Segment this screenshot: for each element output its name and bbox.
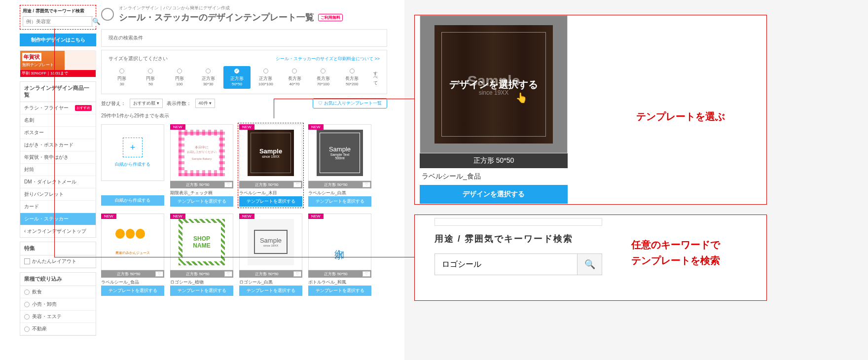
- select-template-button[interactable]: テンプレートを選択する: [239, 196, 302, 207]
- search-input[interactable]: [23, 17, 92, 26]
- radio-icon: [24, 302, 30, 307]
- search-icon: 🔍: [92, 18, 101, 25]
- card-thumb[interactable]: 御水: [308, 214, 371, 270]
- select-template-button[interactable]: テンプレートを選択する: [308, 286, 371, 296]
- sidebar-item-dm[interactable]: DM・ダイレクトメール: [20, 176, 96, 188]
- card-jp: NEW 御水 正方形 50*50♡ ボトルラベル_和風 テンプレートを選択する: [308, 214, 371, 296]
- industry-food[interactable]: 飲食: [20, 286, 96, 298]
- sidebar-item-nengajo[interactable]: 年賀状・喪中はがき: [20, 151, 96, 164]
- heart-icon[interactable]: ♡: [155, 271, 163, 277]
- sidebar-back[interactable]: ‹ オンラインデザイントップ: [20, 225, 96, 237]
- connector-line: [54, 257, 414, 257]
- cursor-icon: 👆: [515, 92, 528, 104]
- card-thumb[interactable]: Samplesince 19XX: [239, 214, 302, 270]
- radio-icon: [24, 289, 30, 295]
- new-badge: NEW: [101, 214, 116, 219]
- card-thumb[interactable]: SHOPNAME: [170, 214, 233, 270]
- card-bw: NEW SampleSample Text500ml 正方形 50*50♡ ラベ…: [308, 124, 371, 207]
- select-template-button[interactable]: テンプレートを選択する: [239, 286, 302, 296]
- sidebar-item-pamphlet[interactable]: 折りパンフレット: [20, 188, 96, 201]
- size-rect-4070[interactable]: 長方形40*70: [281, 66, 308, 89]
- size-circle-100[interactable]: 円形100: [166, 66, 193, 89]
- heart-icon[interactable]: ♡: [362, 182, 370, 187]
- industry-realestate[interactable]: 不動産: [20, 323, 96, 335]
- main-content: オンラインデザイン｜パソコンから簡単にデザイン作成 シール・ステッカーのデザイン…: [101, 5, 387, 296]
- industry-beauty[interactable]: 美容・エステ: [20, 311, 96, 323]
- favorites-link[interactable]: ♡ お気に入りテンプレート一覧: [313, 98, 387, 108]
- card-food: NEW 農家のみかんジュース 正方形 50*50♡ ラベルシール_食品 テンプレ…: [101, 214, 164, 296]
- sort-select[interactable]: おすすめ順 ▾: [130, 99, 163, 108]
- logo-icon: [101, 8, 114, 21]
- size-square-30[interactable]: 正方形30*30: [195, 66, 221, 89]
- card-thumb[interactable]: SampleSample Text500ml: [308, 124, 371, 181]
- size-all[interactable]: すべて: [367, 66, 380, 85]
- callout1-label: テンプレートを選ぶ: [636, 108, 725, 124]
- toolbar: 並び替え： おすすめ順 ▾ 表示件数： 40件 ▾ ♡ お気に入りテンプレート一…: [101, 98, 387, 108]
- products-section: オンラインデザイン商品一覧 チラシ・フライヤーおすすめ 名刺 ポスター はがき・…: [20, 81, 96, 238]
- card-thumb[interactable]: Samplesince 19XX: [239, 124, 302, 181]
- size-price-link[interactable]: シール・ステッカーのサイズと印刷料金について >>: [276, 56, 380, 62]
- big-card-hover: Sample since 19XX デザインを選択する 👆 正方形 50*50 …: [420, 15, 568, 204]
- size-select-label: サイズを選択してください: [108, 55, 168, 62]
- sidebar-item-card[interactable]: カード: [20, 201, 96, 213]
- chevron-down-icon: ▾: [209, 101, 212, 106]
- banner-subtitle: 無料テンプレート: [22, 62, 63, 68]
- sidebar-item-poster[interactable]: ポスター: [20, 127, 96, 139]
- radio-icon: [350, 69, 355, 73]
- heart-icon[interactable]: ♡: [293, 271, 301, 277]
- search-zoom-input[interactable]: [435, 254, 577, 275]
- feature-section: 特集 かんたんレイアウト: [20, 242, 96, 268]
- card-thumb[interactable]: 農家のみかんジュース: [101, 214, 164, 270]
- select-template-button[interactable]: テンプレートを選択する: [308, 196, 371, 207]
- callout2-label: 任意のキーワードで テンプレートを検索: [631, 237, 720, 268]
- heart-icon[interactable]: ♡: [362, 271, 370, 277]
- search-result-frag: [434, 218, 602, 226]
- size-row: 円形30 円形50 円形100 正方形30*30 正方形50*50 正方形100…: [108, 66, 380, 89]
- sidebar-item-postcard[interactable]: はがき・ポストカード: [20, 139, 96, 151]
- size-square-50[interactable]: 正方形50*50: [223, 66, 250, 89]
- new-badge: NEW: [239, 214, 254, 219]
- sidebar-item-meishi[interactable]: 名刺: [20, 114, 96, 127]
- search-button[interactable]: 🔍: [92, 17, 101, 26]
- select-template-button[interactable]: テンプレートを選択する: [170, 286, 233, 296]
- select-template-button[interactable]: テンプレートを選択する: [170, 196, 233, 207]
- industry-retail[interactable]: 小売・卸売: [20, 298, 96, 311]
- size-circle-30[interactable]: 円形30: [108, 66, 135, 89]
- size-circle-50[interactable]: 円形50: [137, 66, 164, 89]
- card-thumb[interactable]: + 白紙から作成する: [101, 124, 164, 181]
- checkbox-icon: [24, 258, 30, 264]
- radio-icon: [263, 69, 268, 73]
- heart-icon[interactable]: ♡: [293, 182, 301, 187]
- size-rect-70100[interactable]: 長方形70*100: [310, 66, 336, 89]
- new-badge: NEW: [308, 214, 324, 219]
- create-blank-button[interactable]: 白紙から作成する: [101, 195, 164, 206]
- count-select[interactable]: 40件 ▾: [195, 99, 216, 108]
- industry-section: 業種で絞り込み 飲食 小売・卸売 美容・エステ 不動産: [20, 272, 96, 336]
- big-thumb-hover[interactable]: Sample since 19XX デザインを選択する 👆: [420, 15, 568, 153]
- sidebar-item-sticker[interactable]: シール・ステッカー: [20, 213, 96, 225]
- products-head: オンラインデザイン商品一覧: [20, 82, 96, 102]
- radio-icon: [321, 69, 326, 73]
- size-rect-50200[interactable]: 長方形50*200: [339, 66, 365, 89]
- recommend-badge: おすすめ: [75, 105, 92, 111]
- sidebar-item-flyer[interactable]: チラシ・フライヤーおすすめ: [20, 102, 96, 114]
- card-check: NEW 本日中にお召し上がりくださいSample Bakery 正方形 50*5…: [170, 124, 233, 207]
- card-blank: + 白紙から作成する . 白紙から作成する: [101, 124, 164, 207]
- size-select-panel: サイズを選択してください シール・ステッカーのサイズと印刷料金について >> 円…: [101, 50, 387, 94]
- card-name: ロゴシール_白黒: [239, 278, 302, 286]
- heart-icon[interactable]: ♡: [224, 182, 232, 187]
- sidebar-item-envelope[interactable]: 封筒: [20, 164, 96, 176]
- card-wood-highlighted: NEW Samplesince 19XX 正方形 50*50♡ ラベルシール_木…: [239, 124, 302, 207]
- size-square-100[interactable]: 正方形100*100: [253, 66, 279, 89]
- big-select-button[interactable]: デザインを選択する: [420, 185, 568, 204]
- radio-icon: [148, 69, 153, 73]
- card-thumb[interactable]: 本日中にお召し上がりくださいSample Bakery: [170, 124, 233, 181]
- search-zoom-button[interactable]: 🔍: [577, 254, 602, 275]
- nengajo-banner[interactable]: 年賀状 無料テンプレート 早割 30%OFF｜10/31まで: [20, 50, 96, 77]
- hover-text: デザインを選択する: [449, 78, 538, 91]
- select-template-button[interactable]: テンプレートを選択する: [101, 286, 164, 296]
- free-tag: ご利用無料: [318, 14, 343, 21]
- radio-icon: [234, 69, 239, 73]
- in-progress-button[interactable]: 制作中デザインはこちら: [20, 34, 96, 46]
- heart-icon[interactable]: ♡: [224, 271, 232, 277]
